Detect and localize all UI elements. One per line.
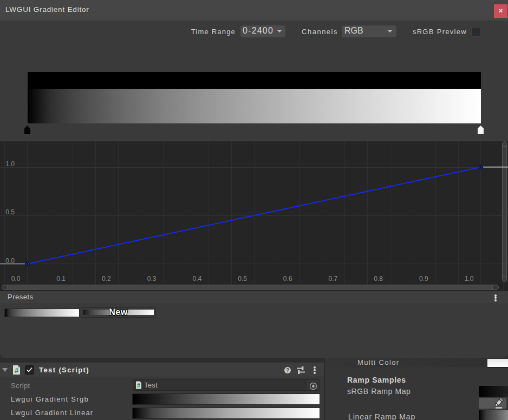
svg-text:1.0: 1.0 [465,275,474,283]
svg-text:0.5: 0.5 [238,275,247,283]
svg-text:0.1: 0.1 [56,275,66,283]
svg-text:0.0: 0.0 [5,257,15,265]
svg-text:0.2: 0.2 [102,275,111,283]
svg-text:#: # [137,382,140,389]
svg-text:0.4: 0.4 [192,275,201,283]
svg-text:0.7: 0.7 [329,275,338,283]
svg-text:0.3: 0.3 [147,275,157,283]
svg-text:?: ? [286,368,289,373]
svg-text:0.9: 0.9 [419,275,428,283]
svg-text:#: # [15,366,19,375]
svg-text:1.0: 1.0 [5,160,15,168]
svg-text:0.8: 0.8 [374,275,383,283]
svg-text:0.5: 0.5 [5,208,15,216]
svg-text:0.0: 0.0 [11,275,21,283]
svg-text:0.6: 0.6 [283,275,292,283]
